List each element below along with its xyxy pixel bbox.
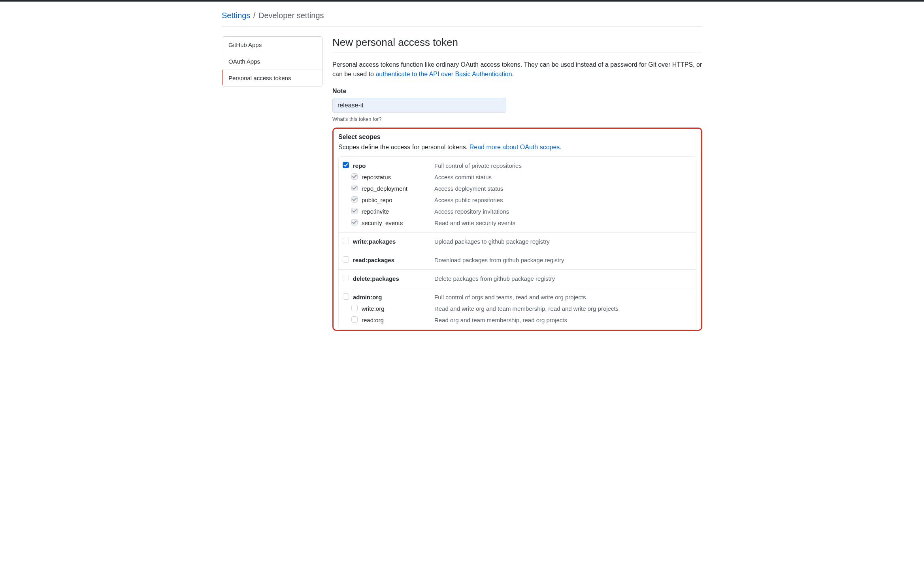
scope-group-write-packages: write:packagesUpload packages to github …: [339, 233, 696, 251]
scope-subrow: security_eventsRead and write security e…: [343, 219, 692, 227]
note-input[interactable]: [332, 98, 506, 113]
scope-subrow: repo:statusAccess commit status: [343, 173, 692, 182]
scope-label[interactable]: delete:packages: [353, 274, 434, 283]
scope-group-repo: repoFull control of private repositories…: [339, 157, 696, 233]
scope-checkbox-write-org[interactable]: [351, 305, 358, 311]
scope-subrow: write:orgRead and write org and team mem…: [343, 304, 692, 313]
scope-checkbox-repo-invite[interactable]: [351, 208, 358, 214]
scope-label[interactable]: write:packages: [353, 237, 434, 246]
scope-label[interactable]: repo_deployment: [362, 184, 434, 193]
breadcrumb: Settings / Developer settings: [222, 2, 702, 27]
scope-description: Full control of orgs and teams, read and…: [434, 293, 692, 302]
scope-label[interactable]: public_repo: [362, 196, 434, 205]
scope-checkbox-admin-org[interactable]: [343, 293, 349, 300]
scope-label[interactable]: admin:org: [353, 293, 434, 302]
scope-label[interactable]: repo:invite: [362, 207, 434, 216]
scope-row: repoFull control of private repositories: [343, 162, 692, 170]
scope-label[interactable]: repo: [353, 162, 434, 170]
scope-label[interactable]: write:org: [362, 304, 434, 313]
intro-auth-link[interactable]: authenticate to the API over Basic Authe…: [375, 71, 512, 77]
page-title: New personal access token: [332, 36, 702, 53]
scope-label[interactable]: security_events: [362, 219, 434, 227]
scope-checkbox-read-org[interactable]: [351, 316, 358, 323]
scope-description: Upload packages to github package regist…: [434, 237, 692, 246]
intro-paragraph: Personal access tokens function like ord…: [332, 60, 702, 79]
scope-checkbox-read-packages[interactable]: [343, 256, 349, 263]
scopes-intro-link[interactable]: Read more about OAuth scopes.: [470, 144, 562, 150]
breadcrumb-separator: /: [253, 11, 258, 20]
note-hint: What's this token for?: [332, 116, 702, 122]
scope-label[interactable]: read:packages: [353, 256, 434, 265]
scope-description: Read and write security events: [434, 219, 692, 227]
scope-row: delete:packagesDelete packages from gith…: [343, 274, 692, 283]
scope-subrow: repo:inviteAccess repository invitations: [343, 207, 692, 216]
scopes-intro-text: Scopes define the access for personal to…: [338, 144, 470, 150]
scope-description: Download packages from github package re…: [434, 256, 692, 265]
scope-checkbox-repo-status[interactable]: [351, 173, 358, 180]
scope-group-read-packages: read:packagesDownload packages from gith…: [339, 251, 696, 270]
intro-text-after: .: [512, 71, 514, 77]
scope-description: Access deployment status: [434, 184, 692, 193]
sidebar-item-github-apps[interactable]: GitHub Apps: [222, 37, 322, 53]
sidebar-item-oauth-apps[interactable]: OAuth Apps: [222, 53, 322, 70]
scope-checkbox-delete-packages[interactable]: [343, 275, 349, 281]
sidebar-item-personal-access-tokens[interactable]: Personal access tokens: [222, 70, 322, 86]
scope-checkbox-write-packages[interactable]: [343, 238, 349, 244]
scopes-highlight-box: Select scopes Scopes define the access f…: [332, 128, 702, 331]
scope-group-admin-org: admin:orgFull control of orgs and teams,…: [339, 288, 696, 329]
note-label: Note: [332, 88, 702, 95]
scope-description: Access public repositories: [434, 196, 692, 205]
scope-description: Full control of private repositories: [434, 162, 692, 170]
scopes-list: repoFull control of private repositories…: [338, 156, 696, 330]
scope-description: Read and write org and team membership, …: [434, 304, 692, 313]
scope-subrow: repo_deploymentAccess deployment status: [343, 184, 692, 193]
scope-row: write:packagesUpload packages to github …: [343, 237, 692, 246]
scopes-intro: Scopes define the access for personal to…: [338, 144, 696, 151]
scopes-heading: Select scopes: [338, 133, 696, 141]
scope-description: Access repository invitations: [434, 207, 692, 216]
scope-row: admin:orgFull control of orgs and teams,…: [343, 293, 692, 302]
scope-description: Read org and team membership, read org p…: [434, 316, 692, 325]
scope-label[interactable]: repo:status: [362, 173, 434, 182]
sidebar: GitHub AppsOAuth AppsPersonal access tok…: [222, 36, 323, 331]
scope-description: Access commit status: [434, 173, 692, 182]
scope-checkbox-repo-deployment[interactable]: [351, 185, 358, 191]
scope-checkbox-security-events[interactable]: [351, 219, 358, 225]
scope-subrow: public_repoAccess public repositories: [343, 196, 692, 205]
scope-checkbox-repo[interactable]: [343, 162, 349, 168]
breadcrumb-settings-link[interactable]: Settings: [222, 11, 250, 20]
scope-row: read:packagesDownload packages from gith…: [343, 256, 692, 265]
breadcrumb-current: Developer settings: [258, 11, 324, 20]
scope-subrow: read:orgRead org and team membership, re…: [343, 316, 692, 325]
scope-description: Delete packages from github package regi…: [434, 274, 692, 283]
scope-group-delete-packages: delete:packagesDelete packages from gith…: [339, 270, 696, 288]
scope-checkbox-public-repo[interactable]: [351, 196, 358, 203]
scope-label[interactable]: read:org: [362, 316, 434, 325]
main-content: New personal access token Personal acces…: [332, 36, 702, 331]
